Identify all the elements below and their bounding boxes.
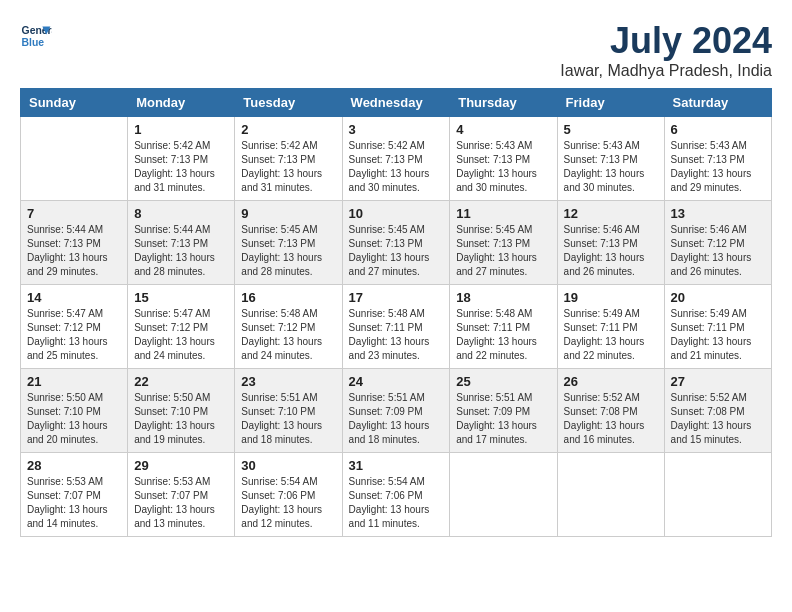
- calendar-table: SundayMondayTuesdayWednesdayThursdayFrid…: [20, 88, 772, 537]
- day-info: Sunrise: 5:44 AMSunset: 7:13 PMDaylight:…: [134, 223, 228, 279]
- calendar-cell: [450, 453, 557, 537]
- day-number: 19: [564, 290, 658, 305]
- day-number: 29: [134, 458, 228, 473]
- day-info: Sunrise: 5:46 AMSunset: 7:12 PMDaylight:…: [671, 223, 765, 279]
- col-header-wednesday: Wednesday: [342, 89, 450, 117]
- logo-icon: General Blue: [20, 20, 52, 52]
- day-info: Sunrise: 5:48 AMSunset: 7:11 PMDaylight:…: [456, 307, 550, 363]
- day-number: 22: [134, 374, 228, 389]
- col-header-thursday: Thursday: [450, 89, 557, 117]
- calendar-cell: 29Sunrise: 5:53 AMSunset: 7:07 PMDayligh…: [128, 453, 235, 537]
- col-header-friday: Friday: [557, 89, 664, 117]
- day-info: Sunrise: 5:44 AMSunset: 7:13 PMDaylight:…: [27, 223, 121, 279]
- day-info: Sunrise: 5:54 AMSunset: 7:06 PMDaylight:…: [241, 475, 335, 531]
- calendar-cell: 10Sunrise: 5:45 AMSunset: 7:13 PMDayligh…: [342, 201, 450, 285]
- calendar-week-row: 28Sunrise: 5:53 AMSunset: 7:07 PMDayligh…: [21, 453, 772, 537]
- calendar-week-row: 1Sunrise: 5:42 AMSunset: 7:13 PMDaylight…: [21, 117, 772, 201]
- day-number: 31: [349, 458, 444, 473]
- day-number: 5: [564, 122, 658, 137]
- calendar-cell: 8Sunrise: 5:44 AMSunset: 7:13 PMDaylight…: [128, 201, 235, 285]
- day-number: 28: [27, 458, 121, 473]
- col-header-sunday: Sunday: [21, 89, 128, 117]
- day-info: Sunrise: 5:47 AMSunset: 7:12 PMDaylight:…: [134, 307, 228, 363]
- calendar-cell: 27Sunrise: 5:52 AMSunset: 7:08 PMDayligh…: [664, 369, 771, 453]
- day-number: 25: [456, 374, 550, 389]
- col-header-monday: Monday: [128, 89, 235, 117]
- day-info: Sunrise: 5:43 AMSunset: 7:13 PMDaylight:…: [564, 139, 658, 195]
- calendar-cell: 3Sunrise: 5:42 AMSunset: 7:13 PMDaylight…: [342, 117, 450, 201]
- calendar-cell: 11Sunrise: 5:45 AMSunset: 7:13 PMDayligh…: [450, 201, 557, 285]
- calendar-cell: 5Sunrise: 5:43 AMSunset: 7:13 PMDaylight…: [557, 117, 664, 201]
- day-number: 4: [456, 122, 550, 137]
- calendar-cell: 14Sunrise: 5:47 AMSunset: 7:12 PMDayligh…: [21, 285, 128, 369]
- day-info: Sunrise: 5:42 AMSunset: 7:13 PMDaylight:…: [349, 139, 444, 195]
- svg-text:Blue: Blue: [22, 37, 45, 48]
- calendar-cell: 23Sunrise: 5:51 AMSunset: 7:10 PMDayligh…: [235, 369, 342, 453]
- day-info: Sunrise: 5:45 AMSunset: 7:13 PMDaylight:…: [349, 223, 444, 279]
- calendar-cell: 15Sunrise: 5:47 AMSunset: 7:12 PMDayligh…: [128, 285, 235, 369]
- day-info: Sunrise: 5:42 AMSunset: 7:13 PMDaylight:…: [241, 139, 335, 195]
- calendar-cell: 4Sunrise: 5:43 AMSunset: 7:13 PMDaylight…: [450, 117, 557, 201]
- calendar-cell: 21Sunrise: 5:50 AMSunset: 7:10 PMDayligh…: [21, 369, 128, 453]
- calendar-cell: 9Sunrise: 5:45 AMSunset: 7:13 PMDaylight…: [235, 201, 342, 285]
- calendar-cell: 16Sunrise: 5:48 AMSunset: 7:12 PMDayligh…: [235, 285, 342, 369]
- calendar-cell: 18Sunrise: 5:48 AMSunset: 7:11 PMDayligh…: [450, 285, 557, 369]
- day-number: 7: [27, 206, 121, 221]
- day-info: Sunrise: 5:51 AMSunset: 7:09 PMDaylight:…: [349, 391, 444, 447]
- day-number: 1: [134, 122, 228, 137]
- calendar-cell: 13Sunrise: 5:46 AMSunset: 7:12 PMDayligh…: [664, 201, 771, 285]
- day-number: 18: [456, 290, 550, 305]
- calendar-cell: 30Sunrise: 5:54 AMSunset: 7:06 PMDayligh…: [235, 453, 342, 537]
- day-info: Sunrise: 5:54 AMSunset: 7:06 PMDaylight:…: [349, 475, 444, 531]
- calendar-cell: 17Sunrise: 5:48 AMSunset: 7:11 PMDayligh…: [342, 285, 450, 369]
- calendar-cell: 24Sunrise: 5:51 AMSunset: 7:09 PMDayligh…: [342, 369, 450, 453]
- day-info: Sunrise: 5:49 AMSunset: 7:11 PMDaylight:…: [671, 307, 765, 363]
- day-number: 16: [241, 290, 335, 305]
- day-info: Sunrise: 5:43 AMSunset: 7:13 PMDaylight:…: [456, 139, 550, 195]
- day-number: 8: [134, 206, 228, 221]
- day-info: Sunrise: 5:48 AMSunset: 7:12 PMDaylight:…: [241, 307, 335, 363]
- title-area: July 2024 Iawar, Madhya Pradesh, India: [560, 20, 772, 80]
- calendar-cell: 19Sunrise: 5:49 AMSunset: 7:11 PMDayligh…: [557, 285, 664, 369]
- day-number: 10: [349, 206, 444, 221]
- day-info: Sunrise: 5:52 AMSunset: 7:08 PMDaylight:…: [564, 391, 658, 447]
- day-number: 20: [671, 290, 765, 305]
- day-info: Sunrise: 5:49 AMSunset: 7:11 PMDaylight:…: [564, 307, 658, 363]
- day-number: 13: [671, 206, 765, 221]
- calendar-cell: 1Sunrise: 5:42 AMSunset: 7:13 PMDaylight…: [128, 117, 235, 201]
- calendar-cell: 12Sunrise: 5:46 AMSunset: 7:13 PMDayligh…: [557, 201, 664, 285]
- calendar-cell: 22Sunrise: 5:50 AMSunset: 7:10 PMDayligh…: [128, 369, 235, 453]
- day-info: Sunrise: 5:53 AMSunset: 7:07 PMDaylight:…: [134, 475, 228, 531]
- calendar-cell: 28Sunrise: 5:53 AMSunset: 7:07 PMDayligh…: [21, 453, 128, 537]
- location-title: Iawar, Madhya Pradesh, India: [560, 62, 772, 80]
- calendar-cell: 6Sunrise: 5:43 AMSunset: 7:13 PMDaylight…: [664, 117, 771, 201]
- calendar-header-row: SundayMondayTuesdayWednesdayThursdayFrid…: [21, 89, 772, 117]
- day-info: Sunrise: 5:51 AMSunset: 7:10 PMDaylight:…: [241, 391, 335, 447]
- day-number: 6: [671, 122, 765, 137]
- col-header-tuesday: Tuesday: [235, 89, 342, 117]
- day-info: Sunrise: 5:47 AMSunset: 7:12 PMDaylight:…: [27, 307, 121, 363]
- day-number: 14: [27, 290, 121, 305]
- day-number: 12: [564, 206, 658, 221]
- month-title: July 2024: [560, 20, 772, 62]
- page-header: General Blue July 2024 Iawar, Madhya Pra…: [20, 20, 772, 80]
- calendar-cell: 2Sunrise: 5:42 AMSunset: 7:13 PMDaylight…: [235, 117, 342, 201]
- col-header-saturday: Saturday: [664, 89, 771, 117]
- day-info: Sunrise: 5:50 AMSunset: 7:10 PMDaylight:…: [27, 391, 121, 447]
- day-number: 24: [349, 374, 444, 389]
- day-info: Sunrise: 5:52 AMSunset: 7:08 PMDaylight:…: [671, 391, 765, 447]
- calendar-cell: 26Sunrise: 5:52 AMSunset: 7:08 PMDayligh…: [557, 369, 664, 453]
- day-info: Sunrise: 5:51 AMSunset: 7:09 PMDaylight:…: [456, 391, 550, 447]
- day-info: Sunrise: 5:53 AMSunset: 7:07 PMDaylight:…: [27, 475, 121, 531]
- calendar-cell: 31Sunrise: 5:54 AMSunset: 7:06 PMDayligh…: [342, 453, 450, 537]
- day-number: 9: [241, 206, 335, 221]
- calendar-week-row: 14Sunrise: 5:47 AMSunset: 7:12 PMDayligh…: [21, 285, 772, 369]
- day-info: Sunrise: 5:46 AMSunset: 7:13 PMDaylight:…: [564, 223, 658, 279]
- day-number: 26: [564, 374, 658, 389]
- day-number: 15: [134, 290, 228, 305]
- calendar-cell: [21, 117, 128, 201]
- day-number: 17: [349, 290, 444, 305]
- day-info: Sunrise: 5:42 AMSunset: 7:13 PMDaylight:…: [134, 139, 228, 195]
- day-number: 3: [349, 122, 444, 137]
- calendar-cell: [557, 453, 664, 537]
